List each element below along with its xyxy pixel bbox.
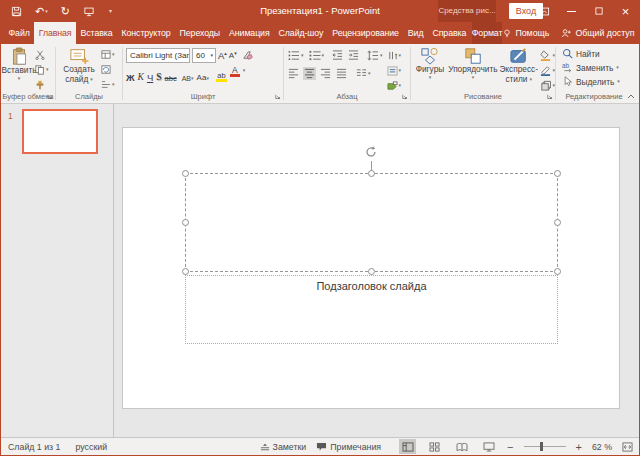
resize-handle-e[interactable] [554,219,561,226]
slideshow-view-button[interactable] [480,439,497,454]
eraser-icon [242,50,253,61]
columns-button[interactable]: ▾ [355,67,372,80]
maximize-button[interactable] [585,0,612,22]
zoom-in-button[interactable]: + [576,441,582,453]
reset-slide-button[interactable] [101,63,115,76]
numbering-button[interactable]: ▾ [308,49,326,62]
caret-down-icon: ▾ [234,51,237,56]
collapse-ribbon-button[interactable] [627,94,635,99]
tab-home[interactable]: Главная [34,22,76,44]
copy-button[interactable]: ▾ [35,63,49,76]
section-icon [101,80,111,89]
shrink-font-button[interactable]: A▾ [229,51,237,60]
strikethrough-button[interactable]: abc [165,75,177,83]
resize-handle-nw[interactable] [182,170,189,177]
bold-button[interactable]: Ж [126,73,135,83]
font-name-combobox[interactable]: Calibri Light (Заголов▾ [126,48,190,63]
slide-canvas[interactable]: Подзаголовок слайда [122,127,620,409]
text-direction-button[interactable]: ▾ [387,49,402,62]
resize-handle-ne[interactable] [554,170,561,177]
close-button[interactable]: × [612,0,639,22]
align-center-button[interactable] [303,67,316,80]
zoom-slider[interactable] [524,446,566,447]
tab-insert[interactable]: Вставка [76,22,117,44]
tab-help[interactable]: Справка [428,22,471,44]
drawing-dialog-launcher[interactable] [547,94,553,100]
comments-toggle-button[interactable]: Примечания [316,442,381,452]
underline-button[interactable]: Ч [147,73,153,83]
character-spacing-button[interactable]: АВ▾ [182,75,194,82]
notes-toggle-button[interactable]: Заметки [260,442,307,452]
slide-sorter-view-button[interactable] [426,439,443,454]
text-direction-icon [387,51,398,61]
zoom-level[interactable]: 62 % [592,442,612,452]
tab-slideshow[interactable]: Слайд-шоу [274,22,328,44]
align-text-button[interactable]: ▾ [387,64,402,77]
fit-slide-button[interactable] [622,442,633,452]
window-controls: × [531,0,639,22]
font-color-button[interactable]: А▾ [230,66,240,83]
font-size-combobox[interactable]: 60▾ [192,48,216,63]
minimize-icon [567,11,576,12]
line-spacing-button[interactable]: ▾ [366,49,384,62]
subtitle-placeholder-text[interactable]: Подзаголовок слайда [186,280,557,292]
shape-outline-button[interactable]: ▾ [540,64,555,77]
bullets-button[interactable]: ▾ [287,49,305,62]
drawing-tools-contextual-label[interactable]: Средства рис... [438,0,496,22]
cut-button[interactable] [35,48,49,61]
resize-handle-w[interactable] [182,219,189,226]
align-left-button[interactable] [287,67,300,80]
zoom-slider-thumb[interactable] [540,442,543,451]
resize-handle-se[interactable] [554,268,561,275]
grow-font-button[interactable]: A▴ [218,51,227,61]
resize-handle-n[interactable] [368,170,375,177]
convert-to-smartart-button[interactable]: ▾ [387,79,402,92]
italic-button[interactable]: К [138,73,144,83]
minimize-button[interactable] [558,0,585,22]
share-button[interactable]: Общий доступ [561,28,634,39]
clear-formatting-button[interactable] [242,50,253,61]
help-lightbulb-button[interactable]: Помощь [502,28,549,39]
decrease-indent-button[interactable] [331,49,344,62]
text-shadow-button[interactable]: S [156,73,161,83]
select-button[interactable]: Выделить▾ [562,75,632,88]
tab-animations[interactable]: Анимация [225,22,275,44]
slide-thumbnail-panel[interactable]: 1 [1,104,114,437]
language-indicator[interactable]: русский [76,442,108,452]
slide-editing-area[interactable]: Подзаголовок слайда [115,104,639,437]
slide-thumbnail[interactable] [22,109,98,154]
ribbon-display-options-button[interactable] [531,0,558,22]
replace-button[interactable]: abЗаменить▾ [562,61,632,74]
paragraph-dialog-launcher[interactable] [402,94,408,100]
align-right-button[interactable] [319,67,332,80]
align-text-icon [387,66,398,76]
tab-design[interactable]: Конструктор [117,22,175,44]
section-button[interactable]: ▾ [101,78,115,91]
chevron-down-icon: ▾ [301,53,304,58]
change-case-button[interactable]: Аа▾ [197,74,209,82]
font-dialog-launcher[interactable] [275,94,281,100]
subtitle-placeholder[interactable]: Подзаголовок слайда [185,275,558,344]
tab-format[interactable]: Формат [472,22,503,44]
tab-review[interactable]: Рецензирование [328,22,404,44]
shape-fill-button[interactable]: ▾ [540,49,555,62]
increase-indent-button[interactable] [347,49,360,62]
justify-button[interactable] [335,67,348,80]
resize-handle-s[interactable] [368,268,375,275]
format-painter-button[interactable] [35,78,49,91]
zoom-out-button[interactable]: − [507,441,513,453]
normal-view-button[interactable] [399,439,416,454]
reading-view-button[interactable] [453,439,470,454]
tab-transitions[interactable]: Переходы [175,22,224,44]
shape-effects-button[interactable]: ▾ [540,79,555,92]
title-placeholder[interactable] [185,173,558,272]
chevron-down-icon: ▾ [112,52,115,57]
clipboard-dialog-launcher[interactable] [47,94,53,100]
find-button[interactable]: Найти [562,47,632,60]
tab-file[interactable]: Файл [4,22,34,44]
tab-view[interactable]: Вид [403,22,428,44]
text-highlight-button[interactable]: ab [216,72,227,83]
slide-layout-button[interactable]: ▾ [101,48,115,61]
resize-handle-sw[interactable] [182,268,189,275]
rotate-handle[interactable] [364,145,378,159]
